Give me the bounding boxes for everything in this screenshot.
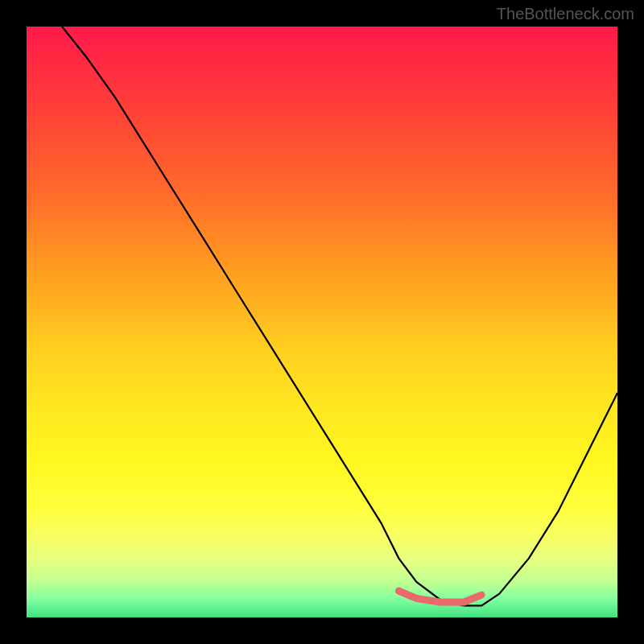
chart-plot-area [27,27,617,617]
watermark-text: TheBottleneck.com [497,5,634,23]
optimal-zone-path [398,591,481,602]
bottleneck-curve-path [62,27,617,605]
bottleneck-curve-svg [27,27,617,617]
